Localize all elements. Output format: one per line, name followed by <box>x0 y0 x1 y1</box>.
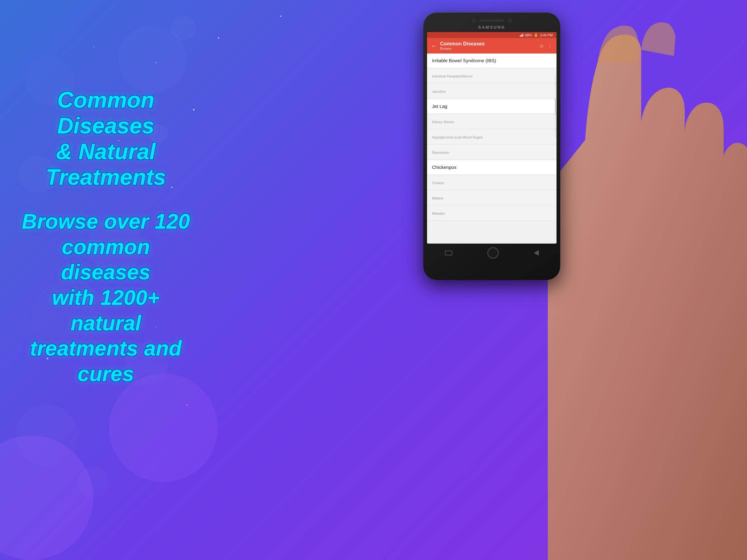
list-item[interactable]: Depression <box>427 145 557 160</box>
phone-screen: 68% 🔒 3:45 PM ← Common Diseases Browse ⌕… <box>427 32 557 244</box>
sub-title: Browse over 120 common diseases with 120… <box>19 209 193 386</box>
list-item[interactable]: Measles <box>427 206 557 220</box>
main-title: Common Diseases & Natural Treatments <box>19 87 193 190</box>
front-camera <box>472 19 475 22</box>
header-title-block: Common Diseases Browse <box>440 41 537 50</box>
list-item[interactable]: Jet Lag <box>427 99 557 114</box>
menu-icon[interactable]: ⋮ <box>547 42 553 49</box>
list-item[interactable]: Cholera <box>427 176 557 190</box>
header-subtitle: Browse <box>440 47 537 50</box>
phone-nav-bar <box>427 244 557 261</box>
phone-wrapper: SAMSUNG 68% 🔒 3:45 PM ← Common D <box>405 0 747 560</box>
list-item[interactable]: Irritable Bowel Syndrome (IBS) <box>427 54 557 68</box>
header-icons: ⌕ ⋮ <box>540 42 553 49</box>
speaker <box>479 19 504 22</box>
list-item[interactable]: Intestinal Parasites/Worms <box>427 69 557 83</box>
disease-name: Intestinal Parasites/Worms <box>432 74 473 78</box>
header-title: Common Diseases <box>440 41 537 47</box>
recent-apps-button[interactable] <box>445 250 452 256</box>
battery-level: 68% <box>525 33 532 37</box>
disease-name: Measles <box>432 212 445 215</box>
list-item[interactable]: Jaundice <box>427 84 557 99</box>
disease-name: Hypoglycemia (Low Blood Sugar) <box>432 135 483 139</box>
disease-name: Kidney Stones <box>432 120 454 124</box>
disease-name: Jaundice <box>432 89 446 93</box>
status-bar: 68% 🔒 3:45 PM <box>427 32 557 38</box>
list-item-chickenpox[interactable]: Chickenpox <box>427 160 557 175</box>
back-button[interactable]: ← <box>431 42 437 50</box>
back-nav-button[interactable] <box>534 250 539 256</box>
disease-name: Irritable Bowel Syndrome (IBS) <box>432 58 496 63</box>
lock-icon: 🔒 <box>534 33 538 37</box>
phone-brand: SAMSUNG <box>427 24 557 32</box>
disease-name: Cholera <box>432 181 444 185</box>
phone-frame: SAMSUNG 68% 🔒 3:45 PM ← Common D <box>423 12 560 280</box>
disease-list: Irritable Bowel Syndrome (IBS) Intestina… <box>427 54 557 243</box>
front-sensor <box>508 19 512 22</box>
home-button[interactable] <box>487 247 499 259</box>
app-header: ← Common Diseases Browse ⌕ ⋮ <box>427 38 557 54</box>
phone-top-bar <box>427 16 557 24</box>
chickenpox-label: Chickenpox <box>432 165 456 170</box>
list-item[interactable]: Kidney Stones <box>427 114 557 129</box>
disease-name: Depression <box>432 151 449 154</box>
disease-name: Jet Lag <box>432 104 447 109</box>
left-panel: Common Diseases & Natural Treatments Bro… <box>19 87 193 386</box>
list-item[interactable]: Malaria <box>427 191 557 205</box>
time-display: 3:45 PM <box>540 33 553 37</box>
signal-indicator <box>520 34 523 37</box>
list-item[interactable]: Hypoglycemia (Low Blood Sugar) <box>427 130 557 144</box>
disease-name: Malaria <box>432 196 443 200</box>
search-icon[interactable]: ⌕ <box>540 42 543 49</box>
